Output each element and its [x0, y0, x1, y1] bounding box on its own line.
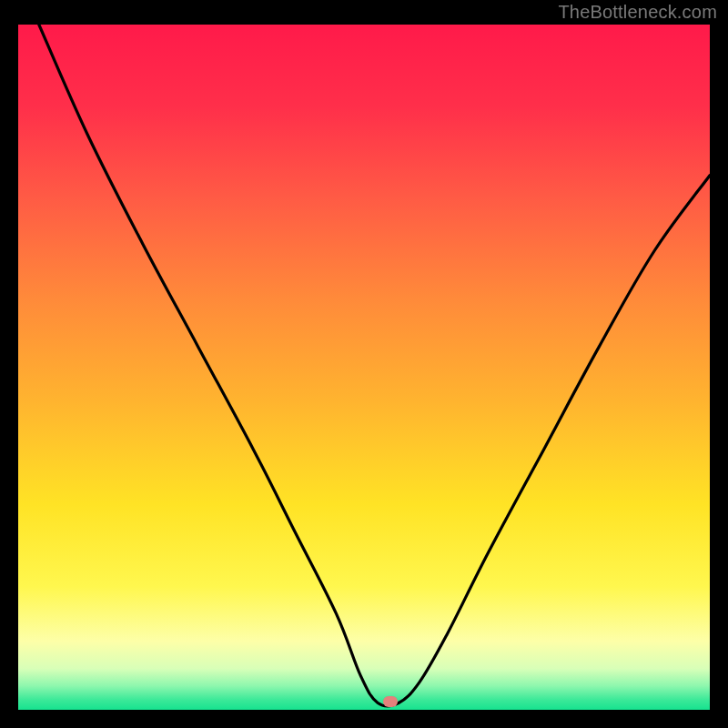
attribution-label: TheBottleneck.com: [558, 2, 717, 23]
plot-area: [18, 25, 710, 710]
bottleneck-curve: [18, 25, 710, 710]
chart-frame: TheBottleneck.com: [0, 0, 728, 728]
optimal-point-marker: [383, 696, 398, 707]
